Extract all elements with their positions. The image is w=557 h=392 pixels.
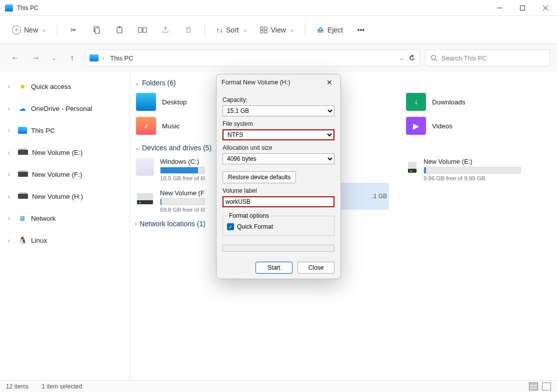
svg-rect-12 [260,30,263,33]
quick-format-checkbox[interactable]: ✓ Quick Format [227,223,330,230]
capacity-label: Capacity: [222,96,334,103]
window-controls [488,0,557,16]
checkmark-icon: ✓ [227,223,234,230]
breadcrumb[interactable]: This PC [110,54,133,62]
drive-icon [18,150,28,155]
folder-icon: ♪ [136,117,156,135]
volume-label-input[interactable] [222,196,334,207]
chevron-down-icon: ⌄ [290,27,294,32]
recent-locations-button[interactable]: ⌄ [49,50,59,66]
dialog-close-button[interactable]: ✕ [324,76,336,88]
view-button[interactable]: View ⌄ [255,21,299,39]
sidebar-item-drive-h[interactable]: ›New Volume (H:) [3,188,126,205]
section-drives[interactable]: ⌄ Devices and drives (5) [135,144,549,152]
sidebar-item-network[interactable]: ›🖥Network [3,210,126,227]
scissors-icon: ✂ [70,26,76,34]
titlebar: This PC [0,0,557,16]
capacity-bar [160,167,205,174]
capacity-select[interactable]: 15.1 GB [222,105,334,116]
forward-button[interactable]: → [28,50,44,66]
share-button[interactable] [156,21,176,39]
svg-rect-10 [260,27,263,29]
cut-button[interactable]: ✂ [64,21,84,39]
section-title: Folders (6) [142,79,176,87]
minimize-button[interactable] [488,0,511,16]
maximize-button[interactable] [511,0,534,16]
drive-sub: 9.96 GB free of 9.99 GB [424,175,521,181]
window-title: This PC [17,4,38,11]
tiles-view-button[interactable] [542,383,551,391]
sort-button[interactable]: ↑↓ Sort ⌄ [211,21,252,39]
network-icon: 🖥 [18,214,27,223]
status-selected: 1 item selected [42,383,82,390]
allocation-select[interactable]: 4096 bytes [222,153,334,164]
cloud-icon: ☁ [18,104,27,113]
up-button[interactable]: ↑ [64,50,80,66]
svg-rect-9 [143,27,146,32]
details-view-button[interactable] [529,383,538,391]
svg-rect-11 [264,27,267,29]
separator [204,24,205,36]
copy-button[interactable] [86,21,106,39]
svg-point-15 [432,55,436,60]
toolbar: + New ⌄ ✂ ↑↓ Sort ⌄ View ⌄ Eject ••• [0,16,557,44]
section-title: Devices and drives (5) [142,144,212,152]
drive-h-selected[interactable]: .1 GB [339,183,389,210]
folder-label: Downloads [432,98,466,106]
rename-icon [138,26,147,34]
history-chevron[interactable]: ⌄ [400,55,404,61]
close-window-button[interactable] [534,0,557,16]
chevron-right-icon: › [8,84,14,89]
eject-button[interactable]: Eject [312,21,348,39]
sidebar-item-label: Linux [31,237,47,244]
sidebar-item-linux[interactable]: ›🐧Linux [3,232,126,249]
dialog-title: Format New Volume (H:) [222,79,290,86]
address-box[interactable]: › This PC ⌄ [85,49,420,66]
search-icon [430,54,438,61]
start-button[interactable]: Start [256,262,292,274]
filesystem-select[interactable]: NTFS [222,129,334,140]
sidebar-item-drive-f[interactable]: ›New Volume (F:) [3,166,126,183]
capacity-bar [424,167,521,174]
sidebar-item-quickaccess[interactable]: ›★Quick access [3,78,126,95]
svg-rect-5 [95,28,100,33]
rename-button[interactable] [132,21,152,39]
separator [305,24,306,36]
drive-e[interactable]: New Volume (E:) 9.96 GB free of 9.99 GB [404,156,524,183]
restore-defaults-button[interactable]: Restore device defaults [222,171,296,183]
close-button[interactable]: Close [298,262,334,274]
svg-rect-7 [118,26,120,28]
chevron-right-icon: › [8,128,14,133]
chevron-down-icon: ⌄ [135,145,139,151]
section-folders[interactable]: ⌄ Folders (6) [135,79,549,87]
sidebar-item-onedrive[interactable]: ›☁OneDrive - Personal [3,100,126,117]
refresh-button[interactable] [408,54,416,61]
drive-name: New Volume (F:) [160,189,205,197]
search-box[interactable]: Search This PC [425,49,550,66]
paste-button[interactable] [110,21,130,39]
drive-c[interactable]: Windows (C:) 10.5 GB free of 69. [133,156,208,183]
clipboard-icon [116,26,124,34]
folder-videos[interactable]: ▶Videos [403,115,523,137]
more-button[interactable]: ••• [351,21,371,39]
section-network[interactable]: › Network locations (1) [135,220,549,228]
separator [57,24,58,36]
new-button[interactable]: + New ⌄ [7,21,51,39]
sidebar-item-drive-e[interactable]: ›New Volume (E:) [3,144,126,161]
plus-icon: + [12,25,21,34]
chevron-right-icon: › [8,238,14,243]
drive-icon [18,172,28,177]
drive-f[interactable]: New Volume (F:) 69.8 GB free of 69. [133,187,208,215]
sidebar-item-label: New Volume (H:) [32,193,83,200]
linux-icon: 🐧 [18,236,27,245]
drive-name: New Volume (E:) [424,158,521,165]
section-title: Network locations (1) [140,220,206,228]
delete-button[interactable] [178,21,198,39]
chevron-down-icon: ⌄ [42,27,46,32]
folder-downloads[interactable]: ↓Downloads [403,91,523,113]
back-button[interactable]: ← [7,50,23,66]
svg-rect-8 [138,27,142,32]
eject-icon [316,26,324,33]
status-items: 12 items [6,383,28,390]
sidebar-item-thispc[interactable]: ›This PC [3,122,126,139]
